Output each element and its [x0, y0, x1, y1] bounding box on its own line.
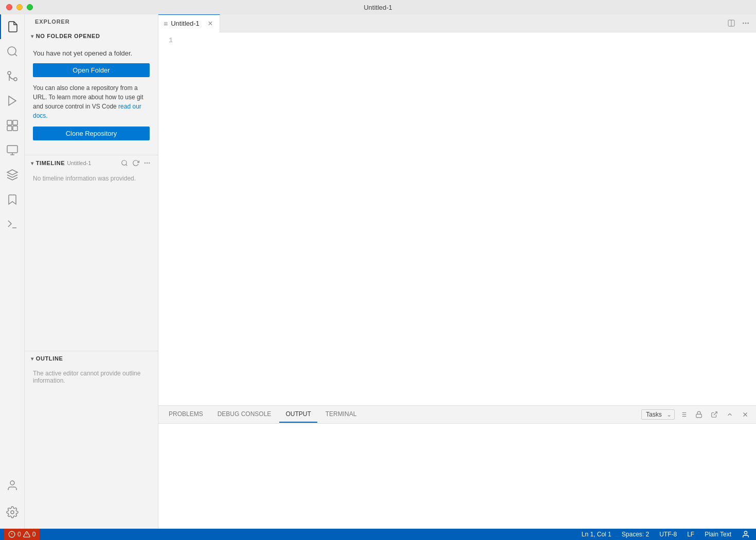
- timeline-refresh-button[interactable]: [131, 158, 140, 168]
- open-folder-button[interactable]: Open Folder: [33, 63, 150, 77]
- tab-bar-actions: [725, 17, 756, 29]
- no-folder-section: You have not yet opened a folder. Open F…: [25, 43, 158, 153]
- outline-header[interactable]: ▾ OUTLINE: [25, 351, 158, 366]
- clone-description: You can also clone a repository from a U…: [33, 83, 150, 120]
- timeline-more-button[interactable]: [142, 158, 152, 168]
- code-editor[interactable]: 1: [158, 32, 756, 405]
- activity-bar-bottom: [0, 473, 25, 529]
- close-panel-button[interactable]: [739, 409, 752, 420]
- panel-content: [158, 424, 756, 529]
- status-bar: 0 0 Ln 1, Col 1 Spaces: 2 UTF-8 LF Plain…: [0, 529, 756, 540]
- panel-tab-bar: PROBLEMS DEBUG CONSOLE OUTPUT TERMINAL T…: [158, 406, 756, 424]
- close-button[interactable]: [6, 4, 12, 10]
- outline-empty-message: The active editor cannot provide outline…: [25, 366, 158, 388]
- line-ending-label: LF: [687, 531, 694, 538]
- tab-terminal[interactable]: TERMINAL: [319, 406, 363, 423]
- svg-point-14: [11, 511, 14, 514]
- window-controls: [6, 4, 33, 10]
- scroll-up-button[interactable]: [723, 409, 736, 420]
- timeline-filename: Untitled-1: [67, 160, 91, 166]
- tab-output[interactable]: OUTPUT: [279, 406, 317, 423]
- no-folder-title: NO FOLDER OPENED: [36, 33, 100, 39]
- error-icon: [8, 531, 15, 538]
- feedback-icon: [742, 530, 750, 538]
- maximize-button[interactable]: [27, 4, 33, 10]
- tab-label: Untitled-1: [171, 20, 200, 27]
- activity-bar: [0, 14, 25, 529]
- spaces-label: Spaces: 2: [622, 531, 649, 538]
- timeline-header[interactable]: ▾ TIMELINE Untitled-1: [25, 155, 158, 171]
- svg-rect-8: [13, 126, 17, 131]
- title-bar: Untitled-1: [0, 0, 756, 14]
- minimize-button[interactable]: [16, 4, 23, 10]
- sidebar-item-bookmarks[interactable]: [0, 187, 25, 212]
- tab-close-button[interactable]: ×: [206, 20, 214, 28]
- svg-line-16: [126, 165, 128, 166]
- svg-marker-4: [9, 96, 16, 105]
- more-actions-button[interactable]: [740, 17, 752, 29]
- svg-point-40: [744, 531, 747, 534]
- sidebar-title: EXPLORER: [25, 14, 158, 29]
- sidebar-item-terminal[interactable]: [0, 212, 25, 237]
- position-label: Ln 1, Col 1: [582, 531, 611, 538]
- timeline-empty-message: No timeline information was provided.: [25, 171, 158, 186]
- status-encoding[interactable]: UTF-8: [657, 529, 679, 540]
- panel: PROBLEMS DEBUG CONSOLE OUTPUT TERMINAL T…: [158, 405, 756, 529]
- status-left: 0 0: [4, 529, 40, 540]
- status-position[interactable]: Ln 1, Col 1: [580, 529, 614, 540]
- clone-repository-button[interactable]: Clone Repository: [33, 127, 150, 140]
- sidebar-item-run-debug[interactable]: [0, 88, 25, 113]
- timeline-refresh-filter-button[interactable]: [120, 158, 129, 168]
- svg-point-13: [10, 481, 14, 485]
- timeline-actions: [120, 158, 152, 168]
- file-icon: ≡: [164, 20, 168, 28]
- status-language[interactable]: Plain Text: [703, 529, 733, 540]
- editor-text-area[interactable]: [179, 32, 756, 405]
- status-feedback[interactable]: [740, 529, 752, 540]
- panel-actions: Tasks: [641, 409, 752, 420]
- svg-rect-9: [7, 146, 17, 153]
- status-error-warning[interactable]: 0 0: [4, 529, 40, 540]
- open-in-editor-button[interactable]: [708, 409, 721, 420]
- task-select-wrapper: Tasks: [641, 409, 675, 420]
- svg-line-1: [14, 54, 16, 56]
- svg-line-32: [714, 412, 717, 415]
- tab-problems[interactable]: PROBLEMS: [163, 406, 209, 423]
- timeline-title: TIMELINE: [36, 160, 65, 166]
- timeline-chevron-icon: ▾: [31, 160, 34, 166]
- no-folder-header[interactable]: ▾ NO FOLDER OPENED: [25, 29, 158, 43]
- sidebar-item-docker[interactable]: [0, 163, 25, 187]
- line-number-1: 1: [158, 37, 173, 44]
- svg-point-17: [145, 163, 146, 164]
- sidebar-item-remote[interactable]: [0, 138, 25, 163]
- error-count: 0: [17, 531, 21, 538]
- tab-debug-console[interactable]: DEBUG CONSOLE: [211, 406, 278, 423]
- task-dropdown[interactable]: Tasks: [641, 409, 675, 420]
- status-line-ending[interactable]: LF: [685, 529, 696, 540]
- status-spaces[interactable]: Spaces: 2: [620, 529, 651, 540]
- svg-point-3: [8, 71, 11, 75]
- lock-output-button[interactable]: [692, 409, 706, 420]
- settings-icon[interactable]: [0, 500, 25, 525]
- sidebar-item-search[interactable]: [0, 39, 25, 64]
- outline-section: ▾ OUTLINE The active editor cannot provi…: [25, 351, 158, 388]
- svg-rect-7: [7, 126, 12, 131]
- warning-icon: [23, 531, 30, 538]
- editor-tab-untitled-1[interactable]: ≡ Untitled-1 ×: [158, 14, 220, 32]
- outline-title: OUTLINE: [36, 355, 63, 362]
- svg-point-18: [147, 163, 148, 164]
- no-folder-message: You have not yet opened a folder.: [33, 49, 150, 57]
- language-label: Plain Text: [705, 531, 731, 538]
- clear-output-button[interactable]: [677, 409, 690, 420]
- sidebar-item-source-control[interactable]: [0, 64, 25, 88]
- sidebar-item-extensions[interactable]: [0, 113, 25, 138]
- svg-rect-5: [7, 120, 12, 125]
- editor-container: ≡ Untitled-1 ×: [158, 14, 756, 529]
- svg-rect-31: [696, 414, 702, 417]
- activity-bar-top: [0, 14, 25, 473]
- sidebar-item-explorer[interactable]: [0, 14, 25, 39]
- accounts-icon[interactable]: [0, 473, 25, 498]
- chevron-down-icon: ▾: [31, 33, 34, 39]
- svg-rect-6: [13, 120, 17, 125]
- split-editor-button[interactable]: [725, 17, 737, 29]
